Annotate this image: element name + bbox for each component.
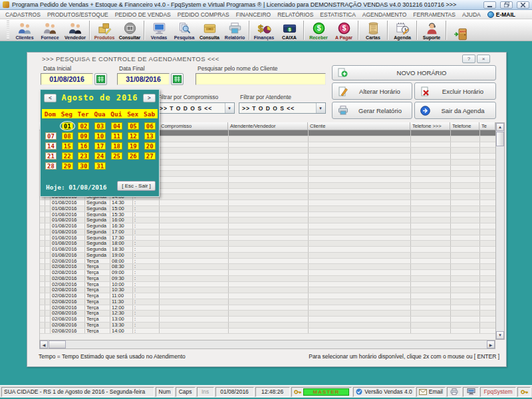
toolbar-button-fornece[interactable]: Fornece <box>37 19 63 41</box>
calendar-day-03[interactable]: 03 <box>94 122 106 130</box>
toolbar-button-cartas[interactable]: Cartas <box>360 19 386 41</box>
column-header[interactable]: Atendente/Vendedor <box>228 122 308 130</box>
toolbar-button-receber[interactable]: $Receber <box>306 19 331 41</box>
calendar-day-28[interactable]: 28 <box>45 162 57 170</box>
calendar-day-22[interactable]: 22 <box>62 152 73 160</box>
vertical-scroll-thumb[interactable] <box>496 132 504 146</box>
gerar-relatorio-button[interactable]: Gerar Relatório <box>332 102 412 119</box>
calendar-day-24[interactable]: 24 <box>94 152 106 160</box>
menu-item-ajuda[interactable]: AJUDA <box>462 11 481 18</box>
calendar-prev-button[interactable]: < <box>44 94 57 102</box>
calendar-day-01[interactable]: 01 <box>62 122 73 130</box>
data-inicial-input[interactable]: 01/08/2016 <box>41 73 93 85</box>
calendar-day-16[interactable]: 16 <box>78 142 89 150</box>
toolbar-button-suporte[interactable]: Suporte <box>419 19 444 41</box>
calendar-day-04[interactable]: 04 <box>111 122 122 130</box>
toolbar-button-caixa[interactable]: $CAIXA <box>277 19 302 41</box>
menu-item-estatistica[interactable]: ESTATISTICA <box>320 11 356 18</box>
calendar-day-31[interactable]: 31 <box>94 162 106 170</box>
calendar-day-17[interactable]: 17 <box>94 142 106 150</box>
toolbar-button-consulta[interactable]: Consulta <box>197 19 222 41</box>
filter-atendente-select[interactable]: >> T O D O S << ▼ <box>239 102 326 114</box>
novo-horario-button[interactable]: NOVO HORÁRIO <box>332 65 496 80</box>
menu-item-pedido-compras[interactable]: PEDIDO COMPRAS <box>178 11 229 18</box>
calendar-day-21[interactable]: 21 <box>45 152 57 160</box>
excluir-horario-button[interactable]: Excluir Horário <box>414 82 496 100</box>
column-header[interactable]: Cliente <box>308 122 410 130</box>
calendar-day-07[interactable]: 07 <box>45 132 57 140</box>
status-network[interactable] <box>463 387 479 397</box>
menu-item-pedido-de-vendas[interactable]: PEDIDO DE VENDAS <box>115 11 171 18</box>
column-header[interactable]: Compromisso <box>159 122 228 130</box>
horizontal-scroll-thumb[interactable] <box>49 340 66 348</box>
table-row[interactable]: 01/08/2016Segunda18:00: <box>40 241 505 247</box>
calendar-day-14[interactable]: 14 <box>45 142 57 150</box>
menu-item-produtos-estoque[interactable]: PRODUTOS/ESTOQUE <box>47 11 108 18</box>
column-header[interactable]: Telefone >>> <box>410 122 450 130</box>
toolbar-button-agenda[interactable]: Agenda <box>390 19 415 41</box>
calendar-day-27[interactable]: 27 <box>144 152 156 160</box>
sair-agenda-button[interactable]: Sair da Agenda <box>414 102 496 119</box>
calendar-day-10[interactable]: 10 <box>94 132 106 140</box>
menu-item-ferramentas[interactable]: FERRAMENTAS <box>413 11 456 18</box>
status-email[interactable]: Email <box>416 387 446 397</box>
calendar-day-12[interactable]: 12 <box>128 132 139 140</box>
table-row[interactable]: 02/08/2016Terça08:00: <box>40 259 505 265</box>
calendar-day-19[interactable]: 19 <box>128 142 139 150</box>
table-row[interactable]: 02/08/2016Terça11:30: <box>40 299 505 305</box>
table-row[interactable]: 02/08/2016Terça14:00: <box>40 329 505 334</box>
table-row[interactable]: 02/08/2016Terça09:30: <box>40 276 505 282</box>
table-row[interactable]: 02/08/2016Terça12:00: <box>40 305 505 311</box>
scroll-up-icon[interactable]: ▲ <box>496 123 504 131</box>
menu-item-e-mail[interactable]: E-MAIL <box>487 11 515 18</box>
toolbar-button-produtos[interactable]: Produtos <box>92 19 117 41</box>
table-row[interactable]: 02/08/2016Terça10:30: <box>40 287 505 293</box>
table-row[interactable]: 02/08/2016Terça11:00: <box>40 293 505 299</box>
data-inicial-calendar-button[interactable] <box>94 73 107 85</box>
toolbar-button-clientes[interactable]: Clientes <box>12 19 37 41</box>
vertical-scrollbar[interactable]: ▲ ▼ <box>495 122 505 340</box>
calendar-day-23[interactable]: 23 <box>78 152 89 160</box>
status-printer[interactable] <box>447 387 462 397</box>
calendar-day-05[interactable]: 05 <box>128 122 139 130</box>
table-row[interactable]: 01/08/2016Segunda15:30: <box>40 212 505 218</box>
table-row[interactable]: 02/08/2016Terça10:00: <box>40 282 505 288</box>
table-row[interactable]: 02/08/2016Terça13:30: <box>40 323 505 329</box>
column-header[interactable]: Telefone <box>450 122 479 130</box>
horizontal-scrollbar[interactable]: ◀ ▶ <box>39 340 495 349</box>
toolbar-button-exit[interactable]: EXIT <box>448 19 473 41</box>
help-button[interactable]: ? <box>462 55 475 63</box>
data-final-calendar-button[interactable] <box>171 73 184 85</box>
toolbar-button-consultar[interactable]: Consultar <box>117 19 142 41</box>
panel-close-button[interactable]: × <box>477 55 490 63</box>
toolbar-button-finan-as[interactable]: $Finanças <box>251 19 277 41</box>
calendar-day-13[interactable]: 13 <box>144 132 156 140</box>
calendar-day-02[interactable]: 02 <box>78 122 89 130</box>
table-row[interactable]: 02/08/2016Terça09:00: <box>40 270 505 276</box>
toolbar-button-vendedor[interactable]: Vendedor <box>63 19 88 41</box>
menu-item-cadastros[interactable]: CADASTROS <box>5 11 41 18</box>
toolbar-button-a-pagar[interactable]: $A Pagar <box>331 19 356 41</box>
table-row[interactable]: 01/08/2016Segunda14:30: <box>40 200 505 206</box>
calendar-day-30[interactable]: 30 <box>78 162 89 170</box>
table-row[interactable]: 02/08/2016Terça13:00: <box>40 317 505 323</box>
toolbar-button-vendas[interactable]: Vendas <box>146 19 172 41</box>
table-row[interactable]: 01/08/2016Segunda19:00: <box>40 253 505 259</box>
scroll-left-icon[interactable]: ◀ <box>40 340 48 348</box>
table-row[interactable]: 01/08/2016Segunda18:30: <box>40 247 505 253</box>
scroll-right-icon[interactable]: ▶ <box>487 340 495 348</box>
scroll-down-icon[interactable]: ▼ <box>496 331 504 339</box>
table-row[interactable]: 02/08/2016Terça12:30: <box>40 311 505 317</box>
table-row[interactable]: 01/08/2016Segunda16:00: <box>40 217 505 223</box>
table-row[interactable]: 01/08/2016Segunda17:30: <box>40 235 505 241</box>
menu-item-financeiro[interactable]: FINANCEIRO <box>236 11 271 18</box>
calendar-day-25[interactable]: 25 <box>111 152 122 160</box>
calendar-esc-button[interactable]: [ Esc - Sair ] <box>117 181 156 191</box>
search-input[interactable] <box>196 73 326 85</box>
calendar-day-29[interactable]: 29 <box>62 162 73 170</box>
alterar-horario-button[interactable]: Alterar Horário <box>332 82 412 100</box>
table-row[interactable]: 01/08/2016Segunda17:00: <box>40 229 505 235</box>
menu-item-relat-rios[interactable]: RELATÓRIOS <box>277 11 313 18</box>
calendar-day-20[interactable]: 20 <box>144 142 156 150</box>
toolbar-button-pesquisa[interactable]: Pesquisa <box>172 19 197 41</box>
